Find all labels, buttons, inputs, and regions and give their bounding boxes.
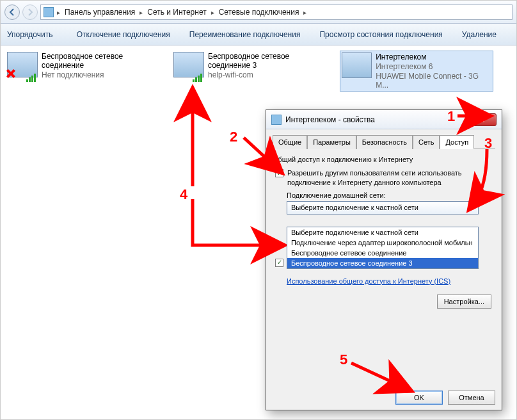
settings-button[interactable]: Настройка... xyxy=(437,295,491,309)
nav-back-button[interactable] xyxy=(4,4,20,20)
ics-help-link[interactable]: Использование общего доступа к Интернету… xyxy=(287,277,450,286)
tab-options[interactable]: Параметры xyxy=(307,135,356,149)
ok-button[interactable]: OK xyxy=(395,391,443,405)
connection-status: help-wifi-com xyxy=(208,70,327,79)
breadcrumb-item[interactable]: Панель управления xyxy=(63,8,136,17)
connection-device: HUAWEI Mobile Connect - 3G M... xyxy=(376,72,491,90)
chevron-right-icon xyxy=(55,8,62,17)
dialog-tabs: Общие Параметры Безопасность Сеть Доступ xyxy=(273,134,495,149)
signal-icon xyxy=(193,74,202,82)
close-button[interactable]: ✕ xyxy=(467,113,497,126)
properties-dialog: Интертелеком - свойства ✕ Общие Параметр… xyxy=(266,109,502,410)
tab-security[interactable]: Безопасность xyxy=(356,135,413,149)
breadcrumb-item[interactable]: Сеть и Интернет xyxy=(146,8,207,17)
delete-button[interactable]: Удаление xyxy=(462,30,499,39)
dialog-icon xyxy=(271,115,282,125)
allow-sharing-checkbox[interactable] xyxy=(275,169,283,177)
dropdown-option-highlighted[interactable]: Беспроводное сетевое соединение 3 xyxy=(287,258,478,268)
signal-icon xyxy=(26,74,36,82)
dialog-title: Интертелеком - свойства xyxy=(285,115,467,124)
breadcrumb[interactable]: Панель управления Сеть и Интернет Сетевы… xyxy=(40,4,513,20)
home-network-dropdown[interactable]: Выберите подключение к частной сети Подк… xyxy=(287,227,479,269)
dropdown-option[interactable]: Выберите подключение к частной сети xyxy=(287,227,478,238)
modem-icon xyxy=(342,52,372,78)
nav-forward-button[interactable] xyxy=(22,4,38,20)
cancel-button[interactable]: Отмена xyxy=(448,391,495,405)
tab-network[interactable]: Сеть xyxy=(413,135,440,149)
connection-title: Беспроводное сетевое соединение 3 xyxy=(208,52,327,70)
connection-item[interactable]: Беспроводное сетевое соединение Нет подк… xyxy=(7,52,161,79)
chevron-right-icon xyxy=(138,8,145,17)
connection-item-selected[interactable]: Интертелеком Интертелеком 6 HUAWEI Mobil… xyxy=(340,51,493,92)
chevron-right-icon xyxy=(209,8,216,17)
connection-title: Беспроводное сетевое соединение xyxy=(42,52,161,70)
allow-control-checkbox[interactable] xyxy=(275,259,283,267)
folder-icon xyxy=(44,7,54,17)
address-bar: Панель управления Сеть и Интернет Сетевы… xyxy=(1,1,516,24)
disable-connection-button[interactable]: Отключение подключения xyxy=(77,30,173,39)
connection-item[interactable]: Беспроводное сетевое соединение 3 help-w… xyxy=(173,52,327,79)
home-network-combo[interactable]: Выберите подключение к частной сети xyxy=(287,201,479,214)
dropdown-option[interactable]: Подключение через адаптер широкополосной… xyxy=(287,238,478,248)
tab-general[interactable]: Общие xyxy=(273,135,307,149)
home-network-label: Подключение домашней сети: xyxy=(287,191,495,199)
dialog-titlebar[interactable]: Интертелеком - свойства ✕ xyxy=(266,110,502,129)
view-status-button[interactable]: Просмотр состояния подключения xyxy=(319,30,445,39)
section-heading: Общий доступ к подключению к Интернету xyxy=(273,156,495,163)
toolbar: Упорядочить Отключение подключения Переи… xyxy=(1,24,516,45)
rename-connection-button[interactable]: Переименование подключения xyxy=(189,30,303,39)
dropdown-option[interactable]: Беспроводное сетевое соединение xyxy=(287,248,478,258)
breadcrumb-item[interactable]: Сетевые подключения xyxy=(218,8,301,17)
allow-sharing-label: Разрешить другим пользователям сети испо… xyxy=(287,168,495,188)
connection-title: Интертелеком xyxy=(376,52,491,61)
connection-status: Нет подключения xyxy=(42,70,161,79)
tab-sharing[interactable]: Доступ xyxy=(440,135,474,149)
connection-status: Интертелеком 6 xyxy=(376,62,491,71)
organize-button[interactable]: Упорядочить xyxy=(7,30,60,39)
chevron-right-icon xyxy=(301,8,308,17)
